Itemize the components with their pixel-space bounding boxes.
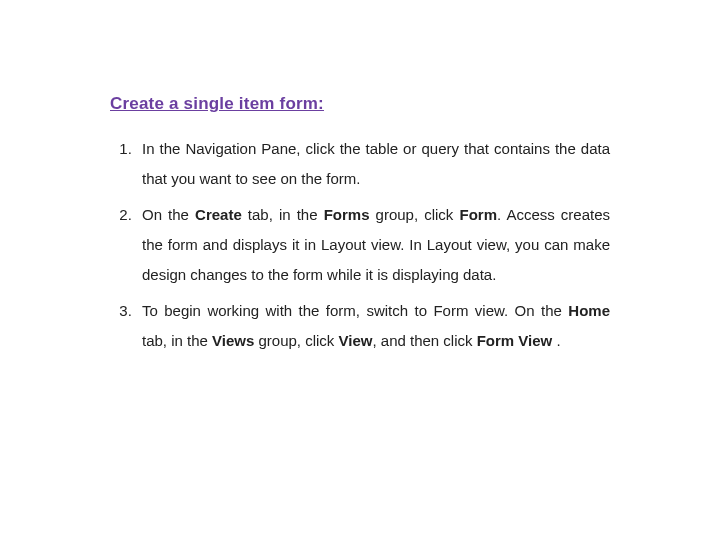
step-2-bold-form: Form <box>459 206 497 223</box>
step-3-text-b: tab, in the <box>142 332 212 349</box>
step-3-bold-views: Views <box>212 332 254 349</box>
step-item-3: To begin working with the form, switch t… <box>136 296 610 356</box>
step-1-text: In the Navigation Pane, click the table … <box>142 140 610 187</box>
section-heading: Create a single item form: <box>110 94 610 114</box>
step-item-1: In the Navigation Pane, click the table … <box>136 134 610 194</box>
step-item-2: On the Create tab, in the Forms group, c… <box>136 200 610 290</box>
step-3-text-d: , and then click <box>372 332 476 349</box>
step-2-text-b: tab, in the <box>242 206 324 223</box>
step-3-text-c: group, click <box>254 332 338 349</box>
step-3-bold-home: Home <box>568 302 610 319</box>
ordered-steps-list: In the Navigation Pane, click the table … <box>110 134 610 356</box>
step-3-bold-view: View <box>339 332 373 349</box>
step-3-bold-formview: Form View <box>477 332 553 349</box>
step-3-text-a: To begin working with the form, switch t… <box>142 302 568 319</box>
step-2-text-c: group, click <box>370 206 460 223</box>
step-2-text-a: On the <box>142 206 195 223</box>
document-page: Create a single item form: In the Naviga… <box>0 0 720 540</box>
step-2-bold-forms: Forms <box>324 206 370 223</box>
step-3-text-e: . <box>552 332 560 349</box>
step-2-bold-create: Create <box>195 206 242 223</box>
